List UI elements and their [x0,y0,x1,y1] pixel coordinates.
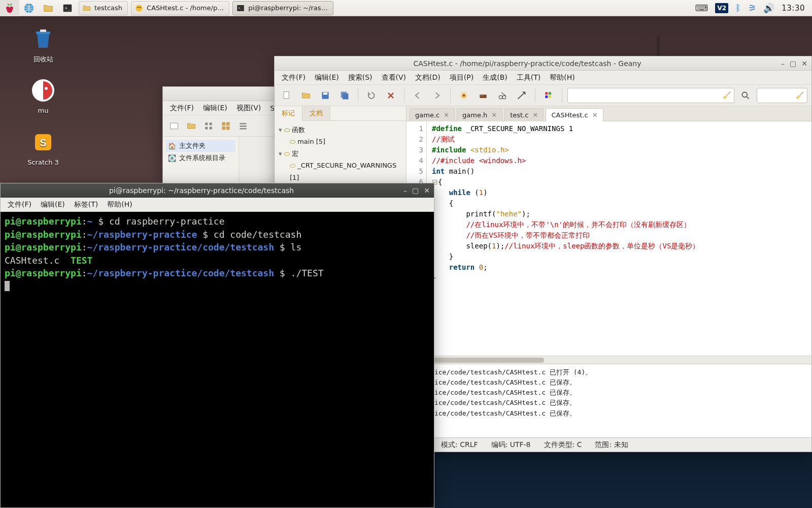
terminal-menubar: 文件(F) 编辑(E) 标签(T) 帮助(H) [1,198,434,212]
menu-project[interactable]: 项目(P) [446,72,478,84]
symbol-define[interactable]: ⬭ _CRT_SECURE_NO_WARNINGS [1] [279,160,402,183]
terminal-body[interactable]: pi@raspberrypi:~ $ cd raspberry-practice… [1,212,434,507]
svg-rect-37 [480,94,483,96]
terminal-window[interactable]: pi@raspberrypi: ~/raspberry-practice/cod… [0,183,434,508]
grid-small-icon[interactable] [201,119,216,133]
close-file-button[interactable] [383,87,399,104]
window-title: CASHtest.c - /home/pi/raspberry-practice… [279,59,776,68]
tab-game-h[interactable]: game.h✕ [457,108,502,121]
tab-cashtest-c[interactable]: CASHtest.c✕ [546,108,603,121]
taskbar-item-geany[interactable]: CASHtest.c - /home/p… [131,1,229,15]
vnc-icon[interactable]: V2 [715,3,728,13]
goto-line-input[interactable]: 🧹 [567,88,734,103]
menu-file[interactable]: 文件(F) [4,199,36,211]
browser-launcher[interactable] [19,0,39,16]
code-content[interactable]: #define _CRT_SECURE_NO_WARNINGS 1 //测试 #… [427,121,704,356]
macro-group-icon: ⬭ [284,150,290,157]
menu-help[interactable]: 帮助(H) [546,72,579,84]
menu-edit[interactable]: 编辑(E) [37,199,69,211]
messages-pane[interactable]: ·practice/code/testcash/CASHtest.c 已打开 (… [407,364,811,437]
search-input[interactable]: 🧹 [757,88,807,103]
menu-tools[interactable]: 工具(T) [513,72,545,84]
menu-file[interactable]: 文件(F) [278,72,310,84]
message-line: ·practice/code/testcash/CASHtest.c 已保存。 [411,388,807,398]
symbols-functions[interactable]: ⬭ 函数 [279,124,402,136]
reload-button[interactable] [363,87,380,104]
taskbar-item-terminal[interactable]: >_ pi@raspberrypi: ~/ras… [232,1,333,15]
new-file-button[interactable] [279,87,295,104]
menu-file[interactable]: 文件(F) [166,102,198,114]
svg-rect-33 [343,93,349,99]
sidebar-root[interactable]: 💽 文件系统根目录 [166,152,235,164]
symbols-macros[interactable]: ⬭ 宏 [279,148,402,160]
clock[interactable]: 13:30 [782,4,805,13]
close-button[interactable]: ✕ [801,59,807,68]
geany-statusbar: 字符 模式: CRLF 编码: UTF-8 文件类型: C 范围: 未知 [407,437,811,452]
svg-rect-29 [284,91,289,98]
close-icon[interactable]: ✕ [592,111,598,119]
mu-app-icon[interactable]: mu [20,76,66,114]
tab-game-c[interactable]: game.c✕ [410,108,455,121]
menu-edit[interactable]: 编辑(E) [311,72,343,84]
keyboard-icon[interactable]: ⌨ [695,3,708,13]
save-all-button[interactable] [336,87,353,104]
nav-back-button[interactable] [410,87,426,104]
new-tab-button[interactable] [167,119,181,133]
message-line: ·practice/code/testcash/CASHtest.c 已保存。 [411,398,807,408]
app-launcher-raspberry[interactable] [0,0,19,16]
terminal-launcher[interactable]: >_ [58,0,77,16]
menu-view[interactable]: 查看(V) [378,72,411,84]
menu-tabs[interactable]: 标签(T) [70,199,102,211]
taskbar-item-filemanager[interactable]: testcash [79,1,128,15]
save-button[interactable] [317,87,333,104]
minimize-button[interactable]: – [403,186,407,195]
file-manager-launcher[interactable] [39,0,58,16]
grid-large-icon[interactable] [219,119,233,133]
close-icon[interactable]: ✕ [491,111,497,119]
trash-icon[interactable]: 回收站 [20,24,66,64]
menu-build[interactable]: 生成(B) [479,72,512,84]
close-icon[interactable]: ✕ [444,111,449,119]
menu-edit[interactable]: 编辑(E) [199,102,231,114]
close-button[interactable]: ✕ [424,186,430,195]
minimize-button[interactable]: – [781,59,785,68]
desktop-icon-label: Scratch 3 [20,158,66,166]
open-file-button[interactable] [298,87,314,104]
desktop-icon-label: mu [20,107,66,114]
color-picker-button[interactable] [540,87,557,104]
symbols-tab[interactable]: 标记 [275,106,302,121]
compile-button[interactable] [456,87,472,104]
new-folder-button[interactable] [184,119,198,133]
bluetooth-icon[interactable]: ᛒ [735,3,741,13]
execute-button[interactable] [514,87,530,104]
svg-rect-40 [545,92,548,94]
taskbar-item-label: pi@raspberrypi: ~/ras… [248,4,327,12]
sidebar-home[interactable]: 🏠 主文件夹 [166,140,235,152]
menu-help[interactable]: 帮助(H) [103,199,136,211]
volume-icon[interactable]: 🔊 [763,3,774,13]
terminal-titlebar[interactable]: pi@raspberrypi: ~/raspberry-practice/cod… [1,183,434,198]
tab-test-c[interactable]: test.c✕ [504,108,544,121]
close-icon[interactable]: ✕ [533,111,538,119]
code-editor[interactable]: 123456 #define _CRT_SECURE_NO_WARNINGS 1… [407,121,811,356]
run-button[interactable] [494,87,511,104]
message-line: ·practice/code/testcash/CASHtest.c 已打开 (… [411,367,807,377]
geany-titlebar[interactable]: CASHtest.c - /home/pi/raspberry-practice… [275,56,811,71]
wifi-icon[interactable]: ⚞ [748,3,756,13]
maximize-button[interactable]: ▢ [790,59,796,68]
symbol-main[interactable]: ⬭ main [5] [279,136,402,147]
status-encoding: 编码: UTF-8 [491,440,531,450]
scratch-app-icon[interactable]: S Scratch 3 [20,128,66,166]
mu-icon [29,76,57,105]
documents-tab[interactable]: 文档 [302,106,330,120]
menu-document[interactable]: 文档(D) [411,72,445,84]
menu-search[interactable]: 搜索(S) [344,72,377,84]
sidebar-item-label: 主文件夹 [179,141,206,150]
maximize-button[interactable]: ▢ [412,186,419,195]
nav-forward-button[interactable] [429,87,445,104]
list-view-icon[interactable] [236,119,250,133]
build-button[interactable] [475,87,491,104]
search-button[interactable] [737,87,754,104]
horizontal-scrollbar[interactable] [407,356,811,364]
menu-view[interactable]: 视图(V) [232,102,265,114]
